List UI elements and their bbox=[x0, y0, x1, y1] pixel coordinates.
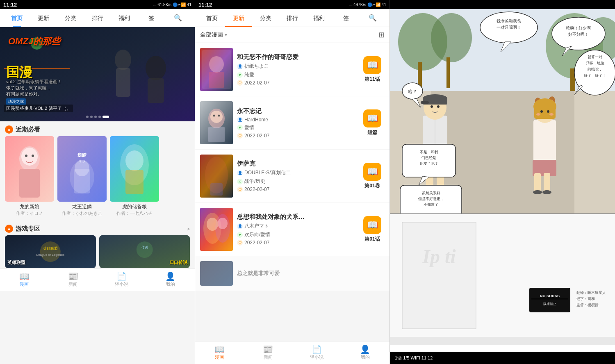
svg-rect-11 bbox=[19, 169, 40, 198]
svg-text:朋友了吧？: 朋友了吧？ bbox=[420, 162, 438, 166]
middle-tab-manga[interactable]: 📖 漫画 bbox=[195, 345, 244, 360]
middle-tab-profile[interactable]: 👤 我的 bbox=[341, 345, 390, 360]
svg-text:哈？: 哈？ bbox=[408, 89, 417, 94]
middle-nav-home[interactable]: 首页 bbox=[198, 9, 225, 27]
update-date-3: 2022-02-07 bbox=[244, 187, 269, 192]
svg-text:吃咧！好少啊: 吃咧！好少啊 bbox=[566, 26, 591, 30]
svg-text:传说: 传说 bbox=[141, 246, 148, 249]
update-meta-genre-2: ♥ 爱情 bbox=[237, 124, 356, 131]
manga-card-2[interactable]: 逆鱗 サメ 龙王逆鳞 作者：かわのあきこ bbox=[57, 136, 107, 216]
manga-card-3[interactable]: 虎的储备粮 作者：一七八ハチ bbox=[110, 136, 159, 216]
update-genre-3: 战争/历史 bbox=[244, 178, 265, 185]
manga-card-title-1: 龙的新娘 bbox=[5, 203, 54, 210]
update-cover-3 bbox=[200, 155, 233, 198]
signal-left: ....61.8K/s bbox=[153, 2, 171, 7]
badge-label-2: 短篇 bbox=[367, 129, 377, 136]
svg-point-20 bbox=[75, 160, 89, 176]
reader-panel[interactable]: 吃咧！好少啊 好不好哩！ 我老爸和我爸 一对只嗦啊！ 就算一对 只嗦，地位 的哦… bbox=[390, 9, 615, 352]
middle-nav-rank[interactable]: 排行 bbox=[279, 9, 305, 27]
update-badge-2: 📖 短篇 bbox=[360, 109, 385, 136]
update-meta-author-1: 👤 折纸ちよこ bbox=[237, 63, 356, 70]
banner-dot-2[interactable] bbox=[90, 116, 93, 118]
banner-dot-1[interactable] bbox=[86, 116, 89, 118]
left-tab-profile[interactable]: 👤 我的 bbox=[146, 272, 195, 287]
manga-card-author-3: 作者：一七八ハチ bbox=[110, 210, 159, 216]
badge-book-3: 📖 bbox=[363, 163, 381, 181]
update-author-2: HardHome bbox=[244, 117, 268, 123]
section-games-header: ● 游戏专区 > bbox=[0, 221, 195, 235]
banner-dot-4[interactable] bbox=[98, 116, 101, 118]
badge-book-1: 📖 bbox=[363, 56, 381, 74]
middle-nav: 首页 更新 分类 排行 福利 签 🔍 bbox=[195, 9, 390, 27]
svg-point-30 bbox=[136, 241, 153, 258]
novel-tab-label: 轻小说 bbox=[115, 281, 128, 287]
game-card-2[interactable]: 传说 归口传说 bbox=[99, 235, 190, 268]
manga-card-title-3: 虎的储备粮 bbox=[110, 203, 159, 210]
middle-tab-novel[interactable]: 📄 轻小说 bbox=[292, 345, 341, 360]
middle-nav-welfare[interactable]: 福利 bbox=[306, 9, 333, 27]
left-nav-rank[interactable]: 排行 bbox=[84, 9, 111, 27]
update-meta-date-3: ⏱ 2022-02-07 bbox=[237, 187, 356, 192]
banner-dot-5[interactable] bbox=[102, 116, 109, 118]
profile-tab-label: 我的 bbox=[166, 281, 175, 287]
update-title-4: 总想和我处对象的犬系… bbox=[237, 213, 356, 221]
update-date-4: 2022-02-07 bbox=[244, 240, 269, 246]
svg-point-92 bbox=[533, 190, 542, 194]
update-item-4[interactable]: 总想和我处对象的犬系… 👤 八木户マト ♥ 欢乐向/爱情 ⏱ 2022-02-0… bbox=[195, 203, 390, 256]
middle-nav-search[interactable]: 🔍 bbox=[360, 9, 386, 27]
update-cover-5 bbox=[200, 261, 233, 286]
manga-card-1[interactable]: 龙的新娘 作者：イロノ bbox=[5, 136, 54, 216]
banner-main-title: 国漫 bbox=[6, 66, 62, 79]
middle-nav-sign[interactable]: 签 bbox=[333, 9, 359, 27]
update-item-2[interactable]: 永不忘记 👤 HardHome ♥ 爱情 ⏱ 2022-02-07 bbox=[195, 96, 390, 149]
svg-point-88 bbox=[549, 113, 554, 116]
left-tab-bar: 📖 漫画 📰 新闻 📄 轻小说 👤 我的 bbox=[0, 268, 195, 291]
status-bars: 11:12 ....61.8K/s 🔵✂📶 41 11:12 ....497K/… bbox=[0, 0, 615, 9]
middle-tab-bar: 📖 漫画 📰 新闻 📄 轻小说 👤 我的 bbox=[195, 341, 390, 364]
svg-point-55 bbox=[431, 13, 472, 62]
left-nav-welfare[interactable]: 福利 bbox=[111, 9, 138, 27]
panel-right: 吃咧！好少啊 好不好哩！ 我老爸和我爸 一对只嗦啊！ 就算一对 只嗦，地位 的哦… bbox=[390, 9, 615, 364]
left-nav-home[interactable]: 首页 bbox=[3, 9, 30, 27]
filter-arrow: ▾ bbox=[225, 32, 227, 38]
update-genre-2: 爱情 bbox=[244, 124, 254, 131]
middle-nav-category[interactable]: 分类 bbox=[252, 9, 279, 27]
update-info-4: 总想和我处对象的犬系… 👤 八木户マト ♥ 欢乐向/爱情 ⏱ 2022-02-0… bbox=[237, 213, 356, 246]
svg-text:们已经是: 们已经是 bbox=[421, 156, 436, 160]
svg-text:虽然关系好: 虽然关系好 bbox=[422, 191, 440, 195]
filter-text: 全部漫画 bbox=[200, 31, 223, 39]
grid-view-icon[interactable]: ⊞ bbox=[378, 30, 385, 39]
left-tab-novel[interactable]: 📄 轻小说 bbox=[98, 272, 146, 287]
game-card-1[interactable]: 英雄联盟 League of Legends 英雄联盟 bbox=[5, 235, 96, 268]
svg-point-34 bbox=[209, 56, 224, 73]
svg-point-2 bbox=[146, 56, 166, 80]
update-meta-author-4: 👤 八木户マト bbox=[237, 223, 356, 230]
left-nav-search[interactable]: 🔍 bbox=[164, 9, 191, 27]
filter-bar: 全部漫画 ▾ ⊞ bbox=[195, 27, 390, 43]
left-tab-news[interactable]: 📰 新闻 bbox=[49, 272, 98, 287]
left-nav: 首页 更新 分类 排行 福利 签 🔍 bbox=[0, 9, 195, 27]
left-nav-update[interactable]: 更新 bbox=[30, 9, 57, 27]
left-tab-manga[interactable]: 📖 漫画 bbox=[0, 272, 49, 287]
svg-text:就算一对: 就算一对 bbox=[588, 55, 602, 59]
banner-dot-3[interactable] bbox=[94, 116, 97, 118]
filter-label[interactable]: 全部漫画 ▾ bbox=[200, 31, 227, 39]
update-item-1[interactable]: 和无恶不作的哥哥恋爱 👤 折纸ちよこ ♥ 纯爱 ⏱ 2022-02-07 bbox=[195, 43, 390, 96]
status-bar-middle: 11:12 ....497K/s 🔵✂📶 41 bbox=[195, 0, 390, 9]
banner[interactable]: OMZJ的那些 国漫 vol.2 过年就该躺平看漫画！ 饿了就吃，果了就睡， 有… bbox=[0, 27, 195, 121]
svg-rect-59 bbox=[446, 57, 450, 88]
date-icon-4: ⏱ bbox=[237, 240, 243, 246]
svg-point-40 bbox=[213, 115, 215, 117]
update-item-5[interactable]: 总之就是非常可爱 bbox=[195, 256, 390, 291]
svg-rect-3 bbox=[148, 78, 164, 103]
update-item-3[interactable]: 伊萨克 👤 DOUBLE-S/真划信二 ⚔ 战争/历史 ⏱ 2022-02-07 bbox=[195, 150, 390, 202]
middle-nav-update[interactable]: 更新 bbox=[225, 9, 252, 27]
middle-tab-news[interactable]: 📰 新闻 bbox=[244, 345, 293, 360]
badge-book-4: 📖 bbox=[363, 216, 381, 234]
reader-chapter-info: 1话 1/5 WIFI 11:12 bbox=[395, 355, 433, 361]
badge-label-3: 第01卷 bbox=[364, 182, 380, 189]
section-games-more[interactable]: > bbox=[187, 226, 190, 232]
left-nav-sign[interactable]: 签 bbox=[138, 9, 165, 27]
svg-point-50 bbox=[218, 218, 228, 229]
left-nav-category[interactable]: 分类 bbox=[57, 9, 84, 27]
